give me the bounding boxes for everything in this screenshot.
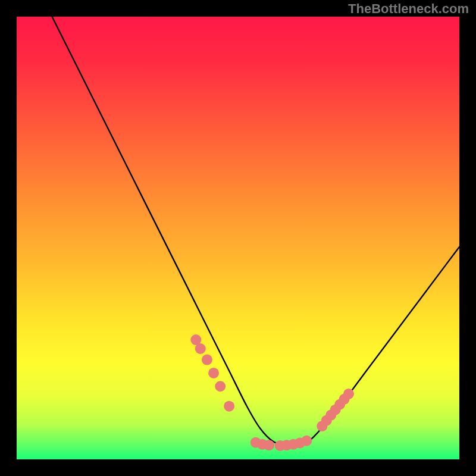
- chart-background: [17, 17, 459, 459]
- data-point: [215, 381, 226, 392]
- chart-svg: [17, 17, 459, 459]
- data-point: [224, 401, 234, 412]
- chart-plot-area: [17, 17, 459, 459]
- data-point: [202, 355, 212, 365]
- data-point: [208, 368, 219, 378]
- watermark-text: TheBottleneck.com: [348, 1, 469, 17]
- data-point: [301, 436, 312, 446]
- data-point: [343, 389, 354, 399]
- data-point: [264, 440, 274, 450]
- data-point: [195, 343, 206, 354]
